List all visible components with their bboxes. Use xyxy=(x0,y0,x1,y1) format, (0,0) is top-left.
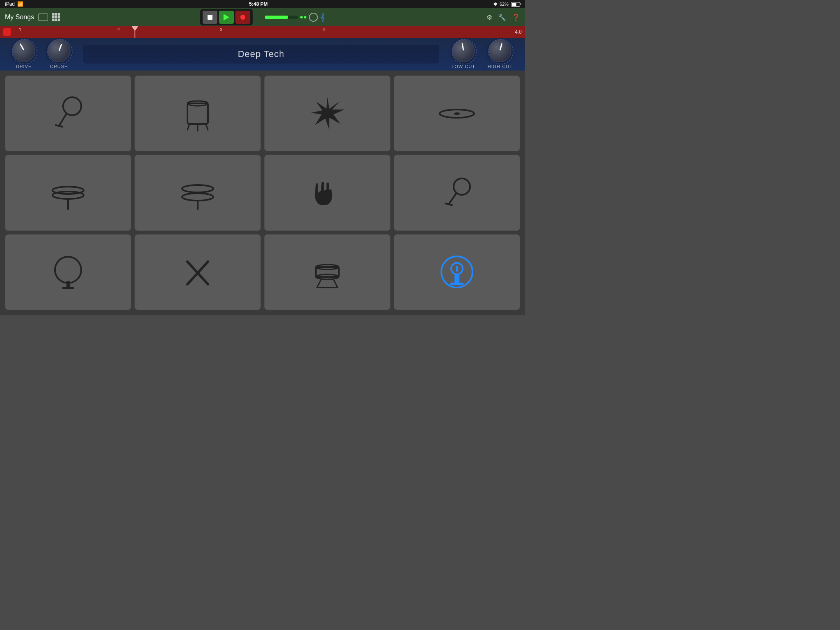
timeline-marker-4: 4 xyxy=(322,27,325,32)
mixer-button[interactable]: ⚙ xyxy=(486,14,492,21)
svg-line-11 xyxy=(206,124,208,130)
svg-line-33 xyxy=(333,279,338,288)
kick-icon xyxy=(48,251,89,292)
drum-pad-grid xyxy=(0,71,525,315)
svg-point-1 xyxy=(48,39,72,64)
wrench-button[interactable]: 🔧 xyxy=(498,14,506,21)
drum-pad-snare[interactable] xyxy=(264,234,390,310)
stop-button[interactable] xyxy=(203,11,217,24)
shaker-icon xyxy=(436,172,477,213)
drum-pad-cymbal[interactable] xyxy=(394,75,520,151)
high-cut-knob[interactable] xyxy=(488,39,511,62)
drum-pad-kick[interactable] xyxy=(5,234,131,310)
my-songs-button[interactable]: My Songs xyxy=(5,14,34,21)
timeline-end-label: 4.0 xyxy=(515,29,525,35)
volume-section: 𝄞 xyxy=(265,13,325,22)
svg-line-5 xyxy=(59,114,66,126)
user-record-icon xyxy=(436,251,477,292)
status-bar: iPad 📶 5:48 PM ✱ 62% xyxy=(0,0,525,8)
record-icon xyxy=(240,15,245,20)
maraca-icon xyxy=(48,93,89,134)
svg-rect-39 xyxy=(456,266,458,272)
svg-point-16 xyxy=(52,192,84,199)
low-cut-knob[interactable] xyxy=(452,39,475,62)
svg-line-6 xyxy=(56,125,62,127)
stop-icon xyxy=(208,15,212,20)
device-label: iPad xyxy=(5,1,15,7)
cymbal-icon xyxy=(436,93,477,134)
svg-point-24 xyxy=(55,257,81,283)
svg-marker-12 xyxy=(311,97,345,130)
svg-line-22 xyxy=(449,194,456,204)
svg-point-21 xyxy=(454,178,470,195)
time-display: 5:48 PM xyxy=(249,1,267,7)
battery-bar xyxy=(511,2,520,7)
timeline-cursor xyxy=(132,26,138,38)
drum-pad-hand[interactable] xyxy=(264,155,390,231)
help-button[interactable]: ❓ xyxy=(512,14,520,21)
drive-knob[interactable] xyxy=(12,39,35,62)
metronome-button[interactable] xyxy=(309,13,318,22)
drum-pad-maraca[interactable] xyxy=(5,75,131,151)
svg-rect-37 xyxy=(450,283,463,285)
grid-view-button[interactable] xyxy=(52,13,60,21)
svg-line-23 xyxy=(445,203,452,205)
svg-point-4 xyxy=(63,97,81,115)
preset-name-display[interactable]: Deep Tech xyxy=(83,45,439,64)
drumsticks-icon xyxy=(177,251,218,292)
record-button[interactable] xyxy=(235,11,250,24)
crush-knob[interactable] xyxy=(48,39,71,62)
play-button[interactable] xyxy=(219,11,234,24)
svg-point-18 xyxy=(182,185,213,192)
single-view-button[interactable] xyxy=(38,14,48,21)
svg-rect-26 xyxy=(62,287,74,289)
tempo-icon[interactable]: 𝄞 xyxy=(320,13,325,22)
drum-pad-sticks[interactable] xyxy=(135,234,261,310)
wifi-icon: 📶 xyxy=(17,1,23,7)
drum-pad-hihat-open[interactable] xyxy=(135,155,261,231)
timeline-ruler: 1 2 3 4 xyxy=(11,26,515,38)
svg-line-9 xyxy=(187,124,189,130)
bluetooth-icon: ✱ xyxy=(493,2,497,7)
drum-pad-bass[interactable] xyxy=(135,75,261,151)
svg-line-32 xyxy=(317,279,321,288)
crush-knob-group: CRUSH xyxy=(48,39,71,69)
svg-point-14 xyxy=(454,112,460,115)
hihat-closed-icon xyxy=(48,172,89,213)
timeline-marker-2: 2 xyxy=(117,27,120,32)
volume-bar[interactable] xyxy=(265,16,298,19)
timeline-start-marker xyxy=(3,28,11,36)
play-icon xyxy=(224,14,229,21)
low-cut-knob-group: LOW CUT xyxy=(452,39,475,69)
svg-point-2 xyxy=(452,39,477,64)
volume-dots xyxy=(300,16,306,18)
hand-icon xyxy=(307,172,348,213)
clap-icon xyxy=(307,93,348,134)
drum-pad-shaker[interactable] xyxy=(394,155,520,231)
drive-knob-group: DRIVE xyxy=(12,39,35,69)
toolbar: My Songs 𝄞 ⚙ 🔧 ❓ xyxy=(0,8,525,26)
drum-pad-hihat-closed[interactable] xyxy=(5,155,131,231)
bass-drum-icon xyxy=(177,93,218,134)
drum-pad-user-record[interactable] xyxy=(394,234,520,310)
instrument-header: DRIVE CRUSH Deep Tech LOW CUT xyxy=(0,38,525,71)
svg-point-0 xyxy=(12,39,37,64)
svg-point-19 xyxy=(182,193,213,201)
drum-pad-clap[interactable] xyxy=(264,75,390,151)
hihat-open-icon xyxy=(177,172,218,213)
timeline-marker-3: 3 xyxy=(220,27,222,32)
preset-name: Deep Tech xyxy=(238,49,285,59)
high-cut-knob-group: HIGH CUT xyxy=(488,39,513,69)
timeline[interactable]: 1 2 3 4 4.0 xyxy=(0,26,525,38)
battery-label: 62% xyxy=(500,2,509,7)
snare-icon xyxy=(307,251,348,292)
timeline-marker-1: 1 xyxy=(19,27,21,32)
